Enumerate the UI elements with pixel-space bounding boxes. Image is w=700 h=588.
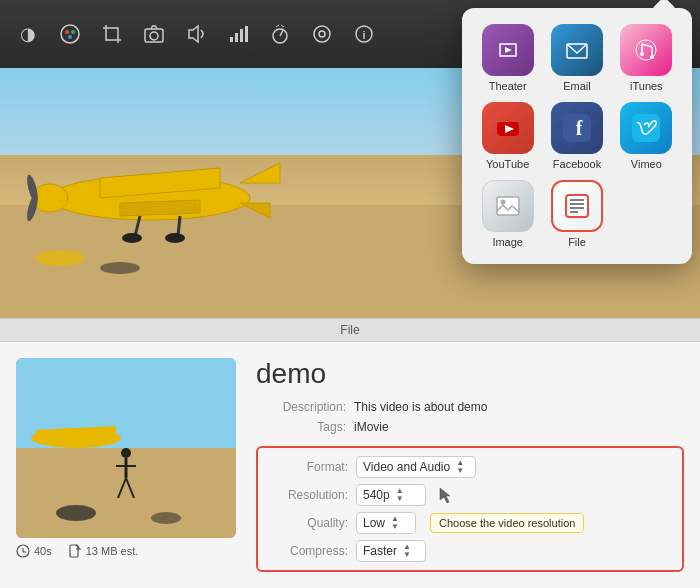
share-item-email[interactable]: Email [547, 24, 606, 92]
svg-rect-14 [240, 29, 243, 42]
file-label: File [568, 236, 586, 248]
compress-label: Compress: [268, 544, 348, 558]
quality-down[interactable]: ▼ [391, 523, 399, 531]
color-icon[interactable]: ◑ [16, 22, 40, 46]
speed-icon[interactable] [268, 22, 292, 46]
description-label: Description: [256, 400, 346, 414]
svg-line-47 [178, 216, 180, 236]
share-item-youtube[interactable]: YouTube [478, 102, 537, 170]
crop-icon[interactable] [100, 22, 124, 46]
resolution-value: 540p [363, 488, 390, 502]
svg-rect-74 [70, 545, 78, 557]
file-icon [551, 180, 603, 232]
vimeo-icon [620, 102, 672, 154]
svg-point-0 [61, 25, 79, 43]
share-item-vimeo[interactable]: Vimeo [617, 102, 676, 170]
quality-value: Low [363, 516, 385, 530]
svg-marker-42 [240, 163, 280, 183]
quality-select[interactable]: Low ▲ ▼ [356, 512, 416, 534]
svg-point-26 [650, 55, 654, 59]
theater-icon [482, 24, 534, 76]
email-icon [551, 24, 603, 76]
svg-point-17 [314, 26, 330, 42]
image-icon [482, 180, 534, 232]
background-planes [30, 228, 150, 288]
svg-rect-34 [566, 195, 588, 217]
file-size-icon [68, 544, 82, 558]
svg-point-69 [56, 505, 96, 521]
youtube-icon [482, 102, 534, 154]
info-icon[interactable]: i [352, 22, 376, 46]
svg-marker-75 [440, 488, 450, 503]
compress-stepper[interactable]: ▲ ▼ [403, 543, 411, 559]
svg-marker-41 [120, 200, 200, 216]
format-value: Video and Audio [363, 460, 450, 474]
svg-point-33 [500, 200, 505, 205]
share-grid: Theater Email [478, 24, 676, 248]
email-label: Email [563, 80, 591, 92]
svg-point-58 [35, 250, 85, 266]
compress-down[interactable]: ▼ [403, 551, 411, 559]
resolution-stepper[interactable]: ▲ ▼ [396, 487, 404, 503]
share-item-theater[interactable]: Theater [478, 24, 537, 92]
quality-label: Quality: [268, 516, 348, 530]
share-item-image[interactable]: Image [478, 180, 537, 248]
share-item-file[interactable]: File [547, 180, 606, 248]
itunes-label: iTunes [630, 80, 663, 92]
export-settings-section: Format: Video and Audio ▲ ▼ Resolution: … [256, 446, 684, 572]
compress-value: Faster [363, 544, 397, 558]
clock-icon [16, 544, 30, 558]
facebook-icon: f [551, 102, 603, 154]
image-label: Image [492, 236, 523, 248]
filter-icon[interactable] [310, 22, 334, 46]
separator-bar: File [0, 318, 700, 342]
video-title: demo [256, 358, 684, 390]
bottom-panel: 40s 13 MB est. demo Description: This vi… [0, 342, 700, 588]
format-stepper[interactable]: ▲ ▼ [456, 459, 464, 475]
audio-icon[interactable] [184, 22, 208, 46]
format-row: Format: Video and Audio ▲ ▼ [268, 456, 672, 478]
tags-label: Tags: [256, 420, 346, 434]
format-select[interactable]: Video and Audio ▲ ▼ [356, 456, 476, 478]
compress-select[interactable]: Faster ▲ ▼ [356, 540, 426, 562]
svg-rect-4 [106, 28, 118, 40]
filesize-info: 13 MB est. [68, 544, 139, 558]
vimeo-label: Vimeo [631, 158, 662, 170]
tags-row: Tags: iMovie [256, 420, 684, 434]
format-down[interactable]: ▼ [456, 467, 464, 475]
filesize-value: 13 MB est. [86, 545, 139, 557]
svg-rect-32 [497, 197, 519, 215]
resolution-row: Resolution: 540p ▲ ▼ [268, 484, 672, 506]
video-thumbnail [16, 358, 236, 538]
quality-stepper[interactable]: ▲ ▼ [391, 515, 399, 531]
share-popup: Theater Email [462, 8, 692, 264]
svg-text:i: i [362, 29, 365, 41]
duration-value: 40s [34, 545, 52, 557]
svg-point-3 [68, 35, 72, 39]
svg-point-1 [65, 30, 69, 34]
thumbnail-section: 40s 13 MB est. [16, 358, 236, 572]
palette-icon[interactable] [58, 22, 82, 46]
svg-text:f: f [576, 117, 583, 139]
svg-marker-43 [240, 203, 270, 218]
cursor-icon [436, 486, 454, 504]
bars-icon[interactable] [226, 22, 250, 46]
share-item-itunes[interactable]: iTunes [617, 24, 676, 92]
description-row: Description: This video is about demo [256, 400, 684, 414]
quality-row: Quality: Low ▲ ▼ Choose the video resolu… [268, 512, 672, 534]
svg-point-64 [121, 448, 131, 458]
format-label: Format: [268, 460, 348, 474]
itunes-icon [620, 24, 672, 76]
resolution-select[interactable]: 540p ▲ ▼ [356, 484, 426, 506]
details-panel: demo Description: This video is about de… [236, 358, 684, 572]
svg-point-70 [151, 512, 181, 524]
duration-info: 40s [16, 544, 52, 558]
share-item-facebook[interactable]: f Facebook [547, 102, 606, 170]
svg-rect-12 [230, 37, 233, 42]
resolution-down[interactable]: ▼ [396, 495, 404, 503]
youtube-label: YouTube [486, 158, 529, 170]
facebook-label: Facebook [553, 158, 601, 170]
compress-row: Compress: Faster ▲ ▼ [268, 540, 672, 562]
tags-value: iMovie [354, 420, 389, 434]
camera-icon[interactable] [142, 22, 166, 46]
